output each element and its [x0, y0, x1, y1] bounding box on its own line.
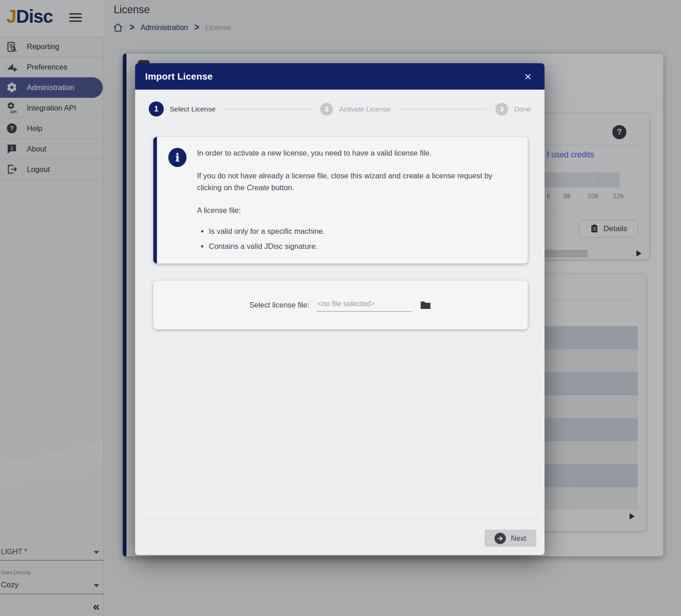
info-paragraph-1: In order to activate a new license, you …	[197, 147, 499, 159]
step-number: 1	[149, 101, 164, 116]
file-select-panel: Select license file:	[153, 281, 528, 329]
dialog-footer: Next	[143, 518, 537, 555]
info-paragraph-3: A license file:	[197, 204, 499, 217]
info-icon: i	[168, 148, 187, 167]
info-paragraph-2-italic: Create	[247, 183, 269, 192]
screen: JDisc Reporting Preferences Administr	[0, 0, 681, 616]
step-number: 3	[495, 103, 508, 116]
info-paragraph-2-after: button.	[269, 183, 294, 192]
close-icon[interactable]	[521, 70, 535, 83]
step-activate-license: 2 Activate License	[320, 103, 390, 116]
arrow-right-circle-icon	[494, 533, 506, 544]
step-done: 3 Done	[495, 103, 531, 116]
step-connector	[399, 109, 487, 110]
file-select-label: Select license file:	[249, 301, 309, 309]
info-paragraph-2-before: If you do not have already a license fil…	[197, 172, 492, 192]
info-bullet: Contains a valid JDisc signature.	[209, 240, 499, 252]
info-panel: i In order to activate a new license, yo…	[153, 137, 528, 263]
next-button-label: Next	[511, 534, 526, 543]
info-bullet: Is valid only for a specific machine.	[209, 225, 499, 237]
dialog-title: Import License	[145, 71, 521, 82]
step-number: 2	[320, 103, 333, 116]
license-file-input[interactable]	[317, 299, 412, 312]
step-label: Activate License	[339, 105, 390, 113]
info-text: In order to activate a new license, you …	[197, 147, 499, 255]
step-label: Select License	[170, 105, 216, 113]
folder-icon[interactable]	[419, 299, 432, 311]
info-bullet-list: Is valid only for a specific machine. Co…	[197, 225, 499, 252]
next-button[interactable]: Next	[484, 530, 536, 547]
dialog-header: Import License	[135, 63, 545, 90]
step-select-license: 1 Select License	[149, 101, 216, 116]
import-license-dialog: Import License 1 Select License 2 Activa…	[135, 63, 545, 555]
step-connector	[224, 109, 313, 110]
wizard-stepper: 1 Select License 2 Activate License 3 Do…	[135, 101, 545, 116]
step-label: Done	[514, 105, 531, 113]
info-paragraph-2: If you do not have already a license fil…	[197, 170, 499, 194]
